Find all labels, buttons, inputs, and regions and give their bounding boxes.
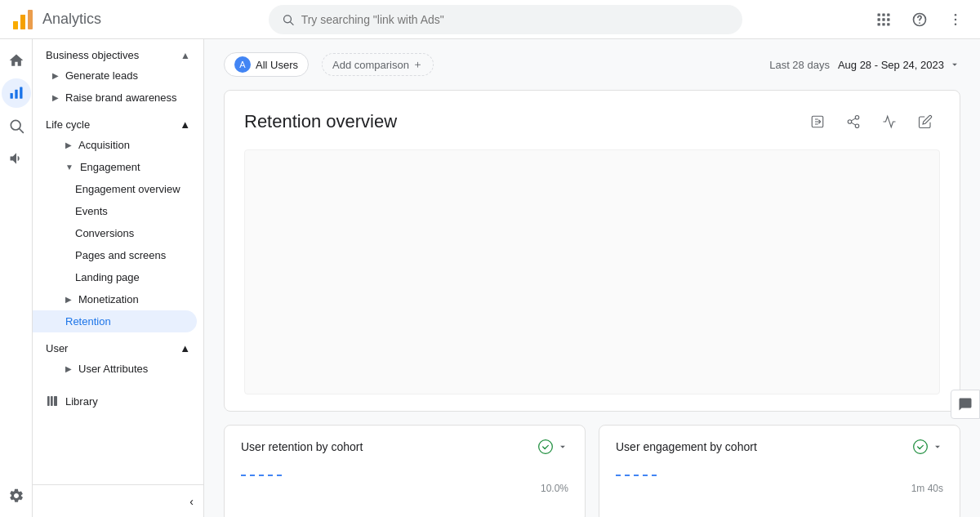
engagement-overview-item[interactable]: Engagement overview [33,178,197,200]
more-button[interactable] [941,5,970,34]
engagement-card-subtitle [616,463,657,476]
top-bar: Analytics [0,0,980,39]
retention-dropdown-icon [557,441,568,452]
svg-rect-14 [882,23,884,25]
feedback-button[interactable] [951,390,980,419]
help-button[interactable] [905,5,934,34]
svg-point-18 [955,13,957,16]
icon-rail [0,39,33,517]
apps-icon [875,11,892,28]
insights-icon [882,114,897,129]
svg-rect-23 [20,87,22,99]
engagement-dropdown-icon [932,441,943,452]
settings-button[interactable] [2,481,31,510]
report-actions [803,107,940,136]
cards-row: User retention by cohort 10.0% User enga… [224,425,960,517]
report-chart-area [244,149,940,394]
svg-point-19 [955,18,957,20]
retention-card-subtitle [241,463,282,476]
export-button[interactable] [803,107,832,136]
add-comparison-button[interactable]: Add comparison ＋ [322,53,434,76]
svg-rect-12 [887,18,889,20]
retention-card-header: User retention by cohort [241,439,568,455]
user-engagement-card: User engagement by cohort 1m 40s [599,425,960,517]
rail-home[interactable] [2,46,31,75]
engagement-label: Engagement [80,161,140,173]
svg-rect-28 [54,396,57,406]
monetization-item[interactable]: ▶ Monetization [33,288,197,310]
landing-page-item[interactable]: Landing page [33,266,197,288]
lifecycle-header[interactable]: Life cycle ▲ [33,112,203,134]
svg-rect-3 [13,21,18,29]
engagement-item[interactable]: ▼ Engagement [33,156,197,178]
engagement-check-icon [912,439,929,455]
business-objectives-chevron: ▲ [180,50,190,61]
library-label: Library [65,395,98,408]
retention-check-icon [537,439,554,455]
rail-explore[interactable] [2,111,31,140]
content-header: A All Users Add comparison ＋ Last 28 day… [224,52,960,77]
insights-button[interactable] [875,107,904,136]
business-objectives-header[interactable]: Business objectives ▲ [33,39,203,65]
generate-leads-arrow: ▶ [52,71,59,80]
retention-item[interactable]: Retention [33,310,197,332]
library-icon [46,394,59,408]
raise-brand-awareness-item[interactable]: ▶ Raise brand awareness [33,87,197,109]
last-days-label: Last 28 days [769,59,830,71]
svg-rect-26 [47,396,50,406]
lifecycle-chevron: ▲ [180,118,190,131]
edit-icon [918,114,933,129]
add-comparison-icon: ＋ [412,57,423,72]
monetization-label: Monetization [78,293,139,305]
svg-rect-27 [51,396,53,406]
date-range-picker[interactable]: Last 28 days Aug 28 - Sep 24, 2023 [769,59,960,71]
filters-row: A All Users Add comparison ＋ [224,52,434,77]
svg-rect-11 [882,18,884,20]
date-range-label: Aug 28 - Sep 24, 2023 [838,59,944,71]
monetization-arrow: ▶ [65,295,72,304]
svg-rect-15 [887,23,889,25]
generate-leads-label: Generate leads [65,69,138,82]
date-chevron-icon [949,59,960,70]
svg-point-35 [539,440,553,454]
rail-reports[interactable] [2,78,31,108]
generate-leads-item[interactable]: ▶ Generate leads [33,65,197,87]
search-bar[interactable] [269,5,742,34]
svg-point-36 [914,440,928,454]
collapse-icon: ‹ [189,495,194,508]
feedback-icon [958,397,973,412]
sidebar: Business objectives ▲ ▶ Generate leads ▶… [33,39,204,517]
sidebar-collapse-button[interactable]: ‹ [33,484,204,517]
logo-area: Analytics [10,7,206,33]
svg-rect-21 [10,93,12,99]
share-button[interactable] [839,107,868,136]
retention-card-title: User retention by cohort [241,440,363,453]
pages-and-screens-item[interactable]: Pages and screens [33,244,197,266]
user-header[interactable]: User ▲ [33,336,203,358]
svg-line-6 [291,21,294,25]
all-users-label: All Users [256,59,298,71]
edit-button[interactable] [911,107,940,136]
rail-advertising[interactable] [2,144,31,173]
svg-rect-9 [887,13,889,16]
acquisition-item[interactable]: ▶ Acquisition [33,134,197,156]
events-item[interactable]: Events [33,200,197,222]
user-retention-card: User retention by cohort 10.0% [224,425,586,517]
svg-rect-4 [20,15,25,29]
app-title: Analytics [42,11,101,28]
search-icon [282,13,294,26]
engagement-card-check[interactable] [912,439,943,455]
conversions-item[interactable]: Conversions [33,222,197,244]
svg-point-20 [955,23,957,25]
library-item[interactable]: Library [33,390,197,412]
engagement-card-header: User engagement by cohort [616,439,943,455]
svg-rect-2 [28,10,33,29]
svg-rect-10 [877,18,880,20]
retention-card-check[interactable] [537,439,568,455]
engagement-overview-label: Engagement overview [75,183,180,195]
engagement-arrow: ▼ [65,163,74,172]
all-users-filter[interactable]: A All Users [224,52,309,77]
search-input[interactable] [301,13,730,26]
user-attributes-item[interactable]: ▶ User Attributes [33,358,197,380]
apps-button[interactable] [869,5,898,34]
